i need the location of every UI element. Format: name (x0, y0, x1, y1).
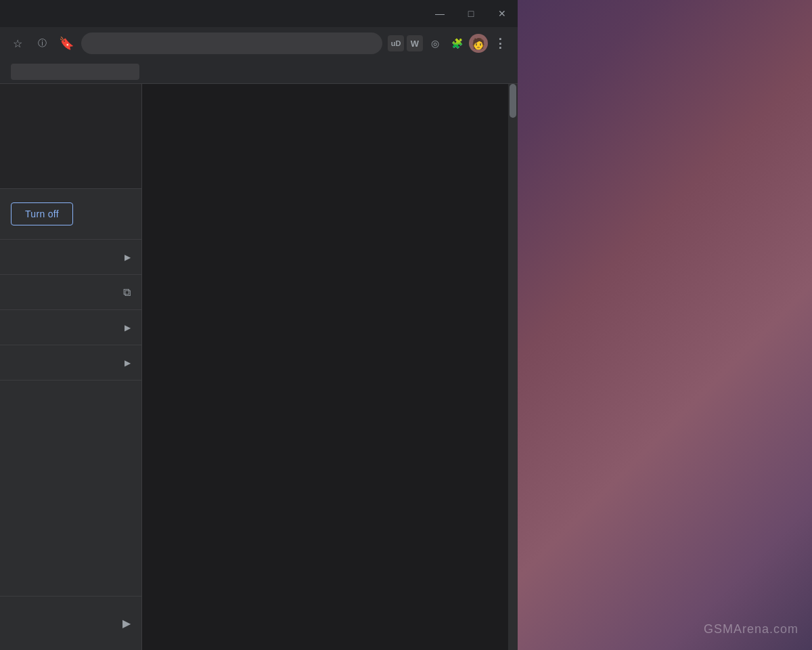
left-panel: Turn off ▶ ⧉ ▶ ▶ ▶ (0, 84, 142, 650)
close-button[interactable]: ✕ (487, 0, 518, 27)
restore-button[interactable]: □ (455, 0, 487, 27)
screenshot-icon[interactable]: ◎ (426, 34, 445, 53)
menu-item-1[interactable]: ▶ (0, 240, 141, 275)
browser-window: — □ ✕ ☆ ⓘ 🔖 uD W ◎ 🧩 🧑 ⋮ (0, 0, 518, 650)
title-bar: — □ ✕ (0, 0, 518, 27)
bottom-menu-item[interactable]: ▶ (0, 596, 141, 650)
minimize-button[interactable]: — (424, 0, 455, 27)
panel-header (0, 84, 141, 189)
bookmark-red-icon[interactable]: 🔖 (57, 34, 76, 53)
chevron-right-icon-3: ▶ (125, 358, 131, 368)
info-icon[interactable]: ⓘ (32, 34, 51, 53)
menu-item-4[interactable]: ▶ (0, 345, 141, 381)
scrollbar-thumb[interactable] (510, 84, 516, 118)
extension-icons: uD W ◎ 🧩 🧑 ⋮ (388, 34, 510, 53)
turn-off-button[interactable]: Turn off (11, 202, 73, 225)
scrollbar-track[interactable] (508, 84, 518, 650)
address-bar-area (81, 32, 382, 54)
bookmark-icon[interactable]: ☆ (8, 34, 27, 53)
menu-icon[interactable]: ⋮ (491, 34, 510, 53)
chevron-right-icon-4: ▶ (122, 617, 131, 630)
address-bar[interactable] (81, 32, 382, 54)
main-page (142, 84, 518, 650)
menu-item-3[interactable]: ▶ (0, 310, 141, 345)
turn-off-section: Turn off (0, 189, 141, 240)
extensions-icon[interactable]: 🧩 (447, 34, 466, 53)
wordtune-icon[interactable]: W (407, 35, 423, 51)
user-avatar[interactable]: 🧑 (469, 34, 488, 53)
chevron-right-icon: ▶ (125, 253, 131, 262)
ublock-icon[interactable]: uD (388, 35, 404, 51)
window-controls: — □ ✕ (424, 0, 518, 27)
nav-bar (0, 60, 518, 84)
watermark: GSMArena.com (704, 622, 798, 636)
toolbar: ☆ ⓘ 🔖 uD W ◎ 🧩 🧑 ⋮ (0, 27, 518, 60)
chevron-right-icon-2: ▶ (125, 323, 131, 332)
nav-input[interactable] (11, 64, 139, 80)
menu-item-2[interactable]: ⧉ (0, 275, 141, 310)
external-link-icon: ⧉ (123, 286, 131, 299)
content-area: Turn off ▶ ⧉ ▶ ▶ ▶ (0, 84, 518, 650)
